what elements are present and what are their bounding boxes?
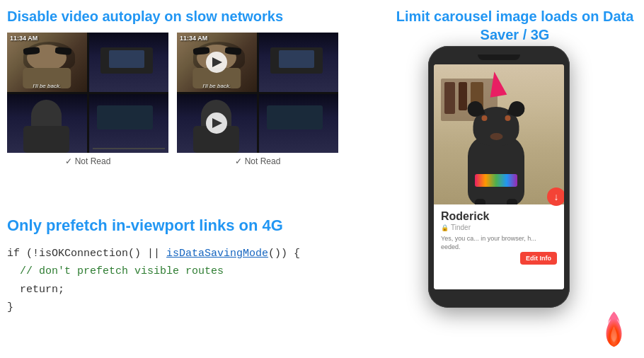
- bottom-left-section: Only prefetch in-viewport links on 4G if…: [7, 216, 382, 317]
- tinder-logo: [598, 308, 630, 347]
- phone-screen: Roderick Tinder Yes, you ca... in your b…: [434, 64, 564, 289]
- video-cell-2-4[interactable]: [259, 94, 339, 154]
- subtitle-1-1: I'll be back.: [33, 83, 61, 89]
- not-read-2: ✓ Not Read: [235, 156, 281, 166]
- phone-notch: [478, 54, 520, 60]
- code-line-4: }: [7, 299, 382, 317]
- video-grid-1-cells: 11:34 AM I'll be back.: [7, 33, 168, 153]
- video-cell-2-1[interactable]: 11:34 AM I'll be back.: [177, 33, 257, 92]
- top-left-title: Disable video autoplay on slow networks: [7, 7, 382, 25]
- car-scene-1: [89, 33, 169, 92]
- dog-photo: [434, 64, 564, 206]
- tinder-flame-icon: [598, 308, 630, 347]
- timestamp-2: 11:34 AM: [180, 35, 207, 42]
- dark-scene-1: [7, 94, 87, 154]
- checkmark-2: ✓: [235, 156, 242, 166]
- code-line-3: return;: [7, 281, 382, 299]
- timestamp-1: 11:34 AM: [10, 35, 38, 42]
- code-link: isDataSavingMode: [166, 248, 268, 260]
- not-read-1: ✓ Not Read: [65, 156, 111, 166]
- video-cell-1-3[interactable]: [7, 94, 87, 154]
- video-cell-2-2[interactable]: [259, 33, 339, 92]
- code-line-2: // don't prefetch visible routes: [7, 262, 382, 281]
- car-scene-2: [259, 33, 339, 92]
- video-grid-2-cells: 11:34 AM I'll be back.: [177, 33, 338, 153]
- profile-description: Yes, you ca... in your browser, h... eed…: [441, 235, 557, 251]
- profile-name: Roderick: [441, 210, 557, 223]
- profile-card: Roderick Tinder Yes, you ca... in your b…: [434, 204, 564, 289]
- dog-nose: [490, 133, 502, 140]
- dog-eye-right: [505, 115, 511, 121]
- dog-head: [473, 107, 519, 146]
- video-cell-2-3[interactable]: [177, 94, 257, 154]
- right-panel: Limit carousel image loads on Data Saver…: [393, 0, 644, 358]
- profile-app: Tinder: [441, 224, 557, 231]
- checkmark-1: ✓: [65, 156, 72, 166]
- dog-bandana: [475, 174, 517, 187]
- french-bulldog: [468, 135, 524, 206]
- code-block: if (!isOKConnection() || isDataSavingMod…: [7, 245, 382, 317]
- video-grids-container: 11:34 AM I'll be back.: [7, 33, 382, 166]
- subtitle-2-1: I'll be back.: [202, 83, 231, 89]
- code-line-1: if (!isOKConnection() || isDataSavingMod…: [7, 245, 382, 263]
- bottom-left-title: Only prefetch in-viewport links on 4G: [7, 216, 382, 236]
- video-grid-1: 11:34 AM I'll be back.: [7, 33, 168, 166]
- not-read-label-1: Not Read: [75, 156, 111, 166]
- left-panel: Disable video autoplay on slow networks …: [0, 0, 396, 358]
- right-title: Limit carousel image loads on Data Saver…: [393, 0, 644, 44]
- video-cell-1-2[interactable]: [89, 33, 169, 92]
- top-left-section: Disable video autoplay on slow networks …: [7, 7, 382, 166]
- phone-frame: Roderick Tinder Yes, you ca... in your b…: [428, 46, 570, 308]
- dark-scene-4: [259, 94, 339, 154]
- profile-app-name: Tinder: [451, 224, 471, 231]
- play-button-2-3[interactable]: [206, 112, 227, 134]
- video-cell-1-1[interactable]: 11:34 AM I'll be back.: [7, 33, 87, 92]
- dark-scene-2: [89, 94, 169, 154]
- dog-eye-left: [482, 115, 488, 121]
- download-button[interactable]: [547, 187, 564, 206]
- not-read-label-2: Not Read: [245, 156, 281, 166]
- phone-mockup: Roderick Tinder Yes, you ca... in your b…: [428, 46, 570, 308]
- video-grid-2: 11:34 AM I'll be back.: [177, 33, 338, 166]
- edit-info-button[interactable]: Edit Info: [520, 252, 557, 265]
- play-button-2-1[interactable]: [206, 52, 227, 73]
- dog-body: [468, 135, 524, 206]
- video-cell-1-4[interactable]: [89, 94, 169, 154]
